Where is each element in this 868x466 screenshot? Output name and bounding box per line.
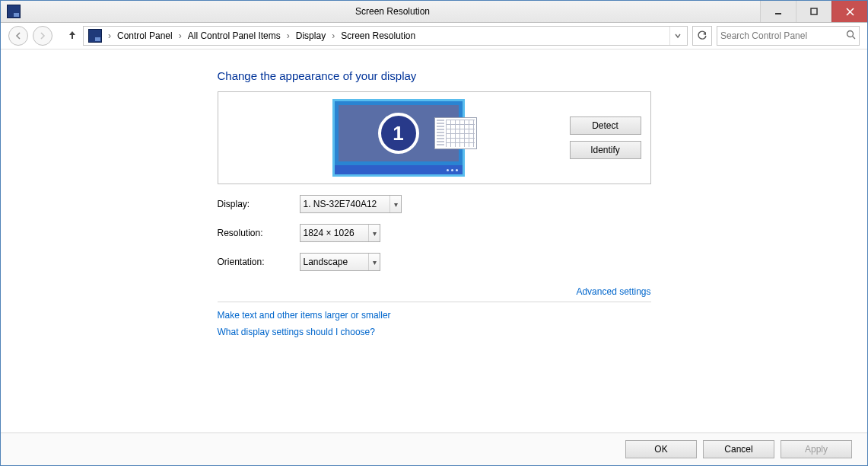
close-icon (846, 8, 854, 16)
control-panel-icon (88, 29, 102, 43)
window: Screen Resolution › Control Pan (0, 0, 868, 466)
up-arrow-icon (68, 30, 77, 40)
forward-arrow-icon (38, 31, 47, 40)
page-heading: Change the appearance of your display (218, 69, 651, 82)
search-box[interactable]: Search Control Panel (717, 26, 860, 46)
minimize-icon (774, 8, 782, 15)
chevron-down-icon: ▾ (368, 225, 377, 241)
identify-button[interactable]: Identify (570, 141, 641, 159)
breadcrumb-item[interactable]: Display (293, 30, 329, 41)
back-button[interactable] (8, 26, 28, 46)
chevron-down-icon (675, 33, 681, 39)
monitor-side-buttons: Detect Identify (570, 116, 641, 159)
ok-button[interactable]: OK (625, 440, 697, 458)
orientation-select[interactable]: Landscape ▾ (300, 253, 380, 271)
monitor-thumbnail[interactable]: 1 (332, 99, 465, 177)
window-controls (760, 1, 867, 22)
orientation-label: Orientation: (218, 257, 300, 267)
monitor-screen: 1 (339, 105, 459, 161)
breadcrumb-item[interactable]: Control Panel (114, 30, 176, 41)
help-link[interactable]: What display settings should I choose? (218, 327, 651, 337)
minimize-button[interactable] (760, 1, 796, 22)
chevron-right-icon[interactable]: › (107, 30, 113, 41)
monitor-taskbar (335, 165, 463, 174)
chevron-down-icon: ▾ (389, 196, 398, 212)
bottom-bar: OK Cancel Apply (1, 432, 867, 465)
close-button[interactable] (831, 1, 867, 22)
svg-line-5 (853, 37, 856, 40)
breadcrumb-item[interactable]: All Control Panel Items (185, 30, 284, 41)
resolution-value: 1824 × 1026 (304, 228, 368, 238)
display-row: Display: 1. NS-32E740A12 ▾ (218, 195, 651, 213)
refresh-icon (697, 30, 707, 41)
monitor-number-badge: 1 (378, 113, 419, 154)
resolution-select[interactable]: 1824 × 1026 ▾ (300, 224, 380, 242)
text-size-link[interactable]: Make text and other items larger or smal… (218, 310, 651, 321)
window-preview-icon (434, 117, 477, 149)
maximize-icon (810, 8, 818, 15)
svg-rect-1 (811, 8, 817, 14)
display-label: Display: (218, 199, 300, 209)
settings-panel: Change the appearance of your display 1 (218, 69, 651, 337)
search-placeholder: Search Control Panel (720, 30, 846, 41)
chevron-right-icon[interactable]: › (285, 30, 291, 41)
titlebar: Screen Resolution (1, 1, 867, 23)
divider (218, 302, 651, 302)
advanced-row: Advanced settings (218, 286, 651, 297)
apply-button[interactable]: Apply (781, 440, 852, 458)
breadcrumb-item[interactable]: Screen Resolution (338, 30, 418, 41)
orientation-value: Landscape (304, 257, 368, 267)
back-arrow-icon (14, 31, 23, 40)
resolution-row: Resolution: 1824 × 1026 ▾ (218, 224, 651, 242)
orientation-row: Orientation: Landscape ▾ (218, 253, 651, 271)
monitor-box: 1 Detect Identify (218, 91, 651, 184)
cancel-button[interactable]: Cancel (703, 440, 774, 458)
nav-row: › Control Panel › All Control Panel Item… (1, 23, 867, 49)
chevron-down-icon: ▾ (368, 254, 377, 270)
up-button[interactable] (66, 30, 78, 43)
refresh-button[interactable] (692, 26, 712, 46)
window-title: Screen Resolution (25, 6, 760, 17)
svg-point-4 (847, 31, 854, 37)
detect-button[interactable]: Detect (570, 116, 641, 135)
resolution-label: Resolution: (218, 228, 300, 238)
display-select[interactable]: 1. NS-32E740A12 ▾ (300, 195, 402, 213)
maximize-button[interactable] (796, 1, 831, 22)
breadcrumb-dropdown[interactable] (669, 27, 685, 45)
app-icon (7, 5, 21, 18)
search-icon (846, 30, 856, 42)
forward-button[interactable] (33, 26, 52, 46)
breadcrumb-bar[interactable]: › Control Panel › All Control Panel Item… (83, 26, 688, 46)
content-area: Change the appearance of your display 1 (1, 49, 867, 432)
advanced-settings-link[interactable]: Advanced settings (576, 286, 650, 297)
chevron-right-icon[interactable]: › (330, 30, 336, 41)
help-links: Make text and other items larger or smal… (218, 310, 651, 337)
display-value: 1. NS-32E740A12 (304, 199, 389, 209)
monitor-area: 1 (227, 99, 570, 177)
chevron-right-icon[interactable]: › (177, 30, 183, 41)
